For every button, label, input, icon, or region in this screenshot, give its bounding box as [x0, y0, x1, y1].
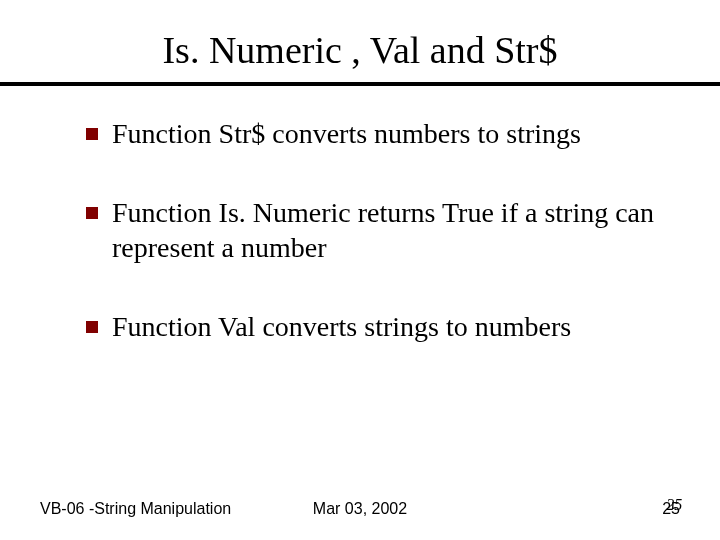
- bullet-item: Function Is. Numeric returns True if a s…: [86, 195, 680, 265]
- bullet-item: Function Str$ converts numbers to string…: [86, 116, 680, 151]
- bullet-square-icon: [86, 207, 98, 219]
- page-number-b: 25: [666, 496, 682, 514]
- bullet-text: Function Str$ converts numbers to string…: [112, 116, 680, 151]
- footer-page: 25 25: [662, 500, 680, 518]
- bullet-text: Function Val converts strings to numbers: [112, 309, 680, 344]
- footer: VB-06 -String Manipulation Mar 03, 2002 …: [0, 500, 720, 518]
- bullet-square-icon: [86, 321, 98, 333]
- content-area: Function Str$ converts numbers to string…: [40, 116, 680, 344]
- title-underline: [0, 82, 720, 86]
- bullet-item: Function Val converts strings to numbers: [86, 309, 680, 344]
- footer-center: Mar 03, 2002: [313, 500, 407, 518]
- slide: Is. Numeric , Val and Str$ Function Str$…: [0, 0, 720, 540]
- bullet-square-icon: [86, 128, 98, 140]
- slide-title: Is. Numeric , Val and Str$: [40, 28, 680, 72]
- bullet-text: Function Is. Numeric returns True if a s…: [112, 195, 680, 265]
- footer-left: VB-06 -String Manipulation: [40, 500, 231, 518]
